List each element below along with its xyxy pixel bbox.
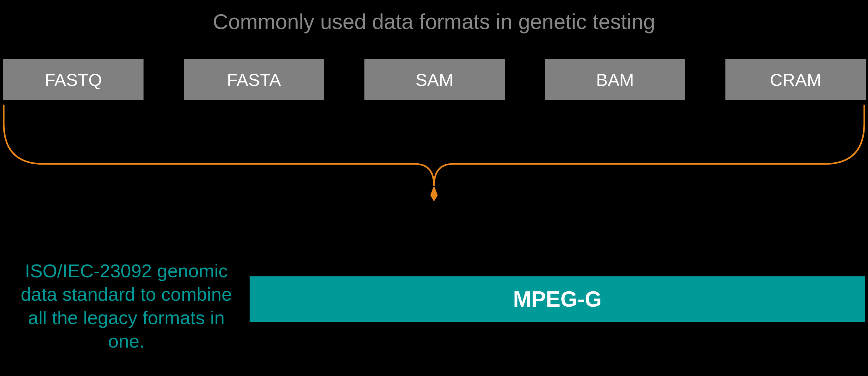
mpeg-g-box: MPEG-G [250,277,865,322]
format-row: FASTQ FASTA SAM BAM CRAM [3,59,866,100]
format-box-bam: BAM [545,59,685,100]
brace-connector [3,105,865,201]
format-box-fasta: FASTA [184,59,324,100]
diagram-title: Commonly used data formats in genetic te… [0,9,868,34]
format-box-cram: CRAM [725,59,866,100]
format-box-fastq: FASTQ [3,59,144,100]
format-box-sam: SAM [365,59,505,100]
standard-description: ISO/IEC-23092 genomic data standard to c… [9,259,243,353]
